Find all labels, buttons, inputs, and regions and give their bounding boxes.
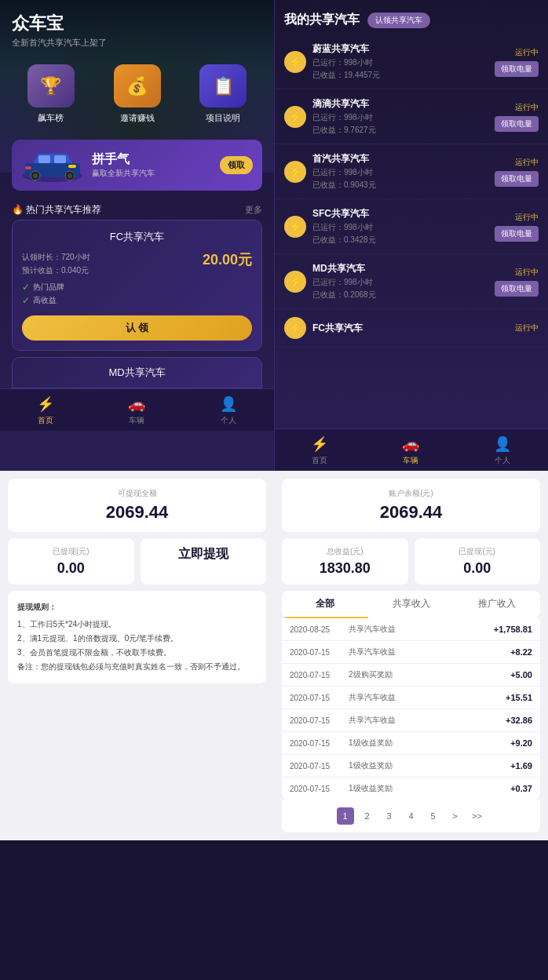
car-entry-1: ⚡ 滴滴共享汽车 已运行：998小时 已收益：9.7627元 运行中 领取电量 [275,89,548,144]
collect-btn-2[interactable]: 领取电量 [495,171,539,187]
total-value: 1830.80 [290,560,400,577]
account-value: 2069.44 [291,502,531,523]
account-label: 账户余额(元) [291,488,531,499]
car-entry-icon-0: ⚡ [284,51,306,73]
income-withdrawn-label: 已提现(元) [422,546,533,557]
page-next[interactable]: > [447,807,464,825]
nav-vehicle[interactable]: 🚗 车辆 [91,395,182,426]
car-entry-icon-5: ⚡ [284,317,306,339]
tab-all[interactable]: 全部 [282,591,368,618]
featured-car-income: 预计收益：0.040元 [22,264,90,277]
account-balance-card: 账户余额(元) 2069.44 [282,479,540,532]
car-entry-icon-1: ⚡ [284,106,306,128]
page-3[interactable]: 3 [381,807,398,825]
rule-1: 1、工作日5天*24小时提现。 [17,618,257,632]
withdraw-now-btn[interactable]: 立即提现 [141,538,267,585]
menu-item-invite[interactable]: 💰 邀请赚钱 [98,64,177,124]
collect-btn-4[interactable]: 领取电量 [495,281,539,297]
tab-promo[interactable]: 推广收入 [454,591,540,618]
menu-item-info[interactable]: 📋 项目说明 [184,64,262,124]
svg-rect-9 [25,166,31,169]
svg-rect-3 [54,155,66,163]
mini-car-title: MD共享汽车 [22,366,252,380]
svg-rect-8 [68,165,76,168]
page-2[interactable]: 2 [359,807,376,825]
right-nav-vehicle[interactable]: 🚗 车辆 [365,435,456,466]
svg-point-5 [33,173,38,178]
car-entry-icon-2: ⚡ [284,161,306,183]
income-table: 2020-08-25 共享汽车收益 +1,758.81 2020-07-15 共… [282,618,540,800]
svg-rect-2 [38,155,50,163]
total-income-card: 总收益(元) 1830.80 [282,538,408,585]
promo-title: 拼手气 [92,151,212,168]
income-row-2: 2020-07-15 2级购买奖励 +5.00 [282,664,540,687]
right-nav-profile[interactable]: 👤 个人 [457,435,548,466]
income-panel: 账户余额(元) 2069.44 总收益(元) 1830.80 已提现(元) 0.… [274,471,548,840]
income-row-7: 2020-07-15 1级收益奖励 +0.37 [282,778,540,800]
tab-shared[interactable]: 共享收入 [368,591,455,618]
claim-button[interactable]: 认 领 [22,315,252,341]
rule-3: 3、会员首笔提现不限金额，不收取手续费。 [17,646,257,660]
more-link[interactable]: 更多 [245,204,262,216]
income-row-1: 2020-07-15 共享汽车收益 +8.22 [282,641,540,664]
svg-point-7 [68,173,72,178]
page-4[interactable]: 4 [403,807,420,825]
featured-car-hours: 认领时长：720小时 [22,250,90,264]
featured-car-price: 20.00元 [203,250,252,269]
hot-section-title: 🔥 热门共享汽车推荐 [12,203,101,217]
total-label: 总收益(元) [290,546,400,557]
withdrawn-label: 已提现(元) [16,546,126,557]
tag-high-yield: 高收益 [33,295,57,306]
car-entry-4: ⚡ MD共享汽车 已运行：998小时 已收益：0.2068元 运行中 领取电量 [275,254,548,309]
withdrawn-value: 0.00 [16,560,126,577]
collect-btn-1[interactable]: 领取电量 [495,116,539,132]
promo-car-icon [21,148,84,183]
rules-card: 提现规则： 1、工作日5天*24小时提现。 2、满1元提现、1的倍数提现、0元/… [8,591,266,683]
nav-profile[interactable]: 👤 个人 [183,395,274,426]
featured-car-card: FC共享汽车 认领时长：720小时 预计收益：0.040元 20.00元 ✓ 热… [12,220,262,351]
nav-home[interactable]: ⚡ 首页 [0,395,91,426]
collect-btn-0[interactable]: 领取电量 [495,61,539,77]
mini-car-card: MD共享汽车 [12,357,262,388]
page-last[interactable]: >> [469,807,486,825]
income-row-3: 2020-07-15 共享汽车收益 +15.51 [282,687,540,709]
income-row-5: 2020-07-15 1级收益奖励 +9.20 [282,732,540,755]
car-entry-3: ⚡ SFC共享汽车 已运行：998小时 已收益：0.3428元 运行中 领取电量 [275,199,548,254]
menu-item-rankings[interactable]: 🏆 飙车榜 [12,64,90,124]
tag-popular: 热门品牌 [33,282,64,293]
app-subtitle: 全新首汽共享汽车上架了 [12,37,262,49]
pagination: 1 2 3 4 5 > >> [282,800,540,832]
featured-car-title: FC共享汽车 [22,230,252,244]
car-entry-5: ⚡ FC共享汽车 运行中 [275,309,548,348]
verify-btn[interactable]: 认领共享汽车 [367,13,430,28]
promo-claim-btn[interactable]: 领取 [220,156,253,174]
car-entry-icon-3: ⚡ [284,216,306,238]
right-nav-home[interactable]: ⚡ 首页 [274,435,365,466]
rule-2: 2、满1元提现、1的倍数提现、0元/笔手续费。 [17,632,257,646]
withdrawn-card: 已提现(元) 0.00 [8,538,134,585]
income-tabs: 全部 共享收入 推广收入 [282,591,540,618]
collect-btn-3[interactable]: 领取电量 [495,226,539,242]
car-entry-2: ⚡ 首汽共享汽车 已运行：998小时 已收益：0.9043元 运行中 领取电量 [275,144,548,199]
shared-cars-title: 我的共享汽车 [284,12,360,28]
available-value: 2069.44 [17,502,257,523]
promo-subtitle: 赢取全新共享汽车 [92,168,212,179]
income-row-6: 2020-07-15 1级收益奖励 +1.69 [282,755,540,778]
car-entry-0: ⚡ 蔚蓝共享汽车 已运行：998小时 已收益：19.4457元 运行中 领取电量 [275,35,548,89]
rule-note: 备注：您的提现钱包必须与充值时真实姓名一致，否则不予通过。 [17,660,257,674]
app-title: 众车宝 [12,12,262,35]
available-balance-card: 可提现全额 2069.44 [8,479,266,532]
page-1[interactable]: 1 [337,807,354,825]
income-withdrawn-card: 已提现(元) 0.00 [415,538,541,585]
available-label: 可提现全额 [17,488,257,499]
rules-title: 提现规则： [17,600,257,614]
income-withdrawn-value: 0.00 [422,560,533,577]
withdrawal-panel: 可提现全额 2069.44 已提现(元) 0.00 立即提现 提现规则： 1、工… [0,471,274,840]
income-row-4: 2020-07-15 共享汽车收益 +32.86 [282,709,540,732]
income-row-0: 2020-08-25 共享汽车收益 +1,758.81 [282,618,540,641]
page-5[interactable]: 5 [425,807,442,825]
car-entry-icon-4: ⚡ [284,271,306,293]
